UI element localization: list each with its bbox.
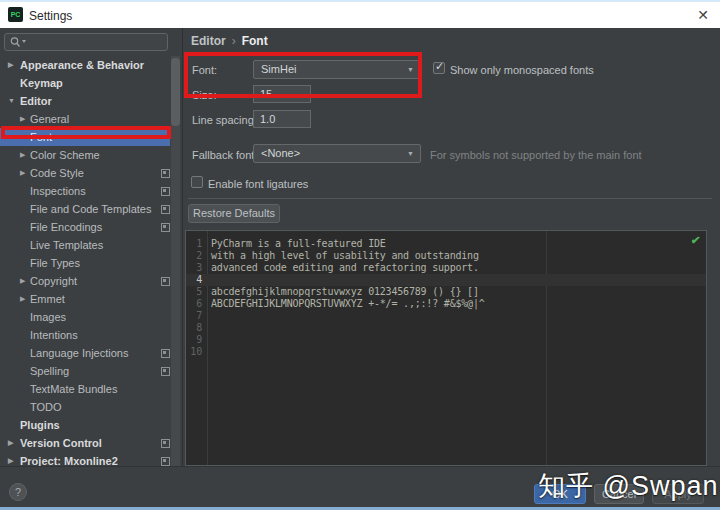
- sidebar-item-label: Keymap: [20, 74, 63, 92]
- inspections-ok-icon: ✔: [690, 234, 701, 247]
- line-spacing-value: 1.0: [260, 113, 275, 125]
- preview-line-text: PyCharm is a full-featured IDE: [211, 238, 386, 250]
- fallback-hint-text: For symbols not supported by the main fo…: [430, 149, 642, 161]
- tree-collapsed-arrow-icon[interactable]: ▶: [8, 434, 13, 452]
- settings-dialog-window: PC Settings ✕ ▶Appearance & BehaviorKeym…: [0, 0, 720, 520]
- titlebar[interactable]: PC Settings ✕: [0, 2, 720, 28]
- sidebar-item-file-types[interactable]: File Types: [0, 254, 182, 272]
- sidebar-item-font[interactable]: Font: [0, 128, 170, 146]
- sidebar-item-version-control[interactable]: ▶Version Control: [0, 434, 182, 452]
- preview-code: 1PyCharm is a full-featured IDE2with a h…: [186, 238, 706, 358]
- line-number: 1: [186, 238, 202, 250]
- breadcrumb-editor[interactable]: Editor: [191, 34, 226, 48]
- sidebar-scrollbar-thumb[interactable]: [171, 58, 180, 126]
- preview-line: 3advanced code editing and refactoring s…: [186, 262, 706, 274]
- preview-line-text: abcdefghijklmnopqrstuvwxyz 0123456789 ()…: [211, 286, 479, 298]
- preview-line: 9: [186, 334, 706, 346]
- sidebar-item-label: TextMate Bundles: [30, 380, 117, 398]
- sidebar-item-inspections[interactable]: Inspections: [0, 182, 182, 200]
- ligatures-label[interactable]: Enable font ligatures: [208, 178, 308, 190]
- sidebar-item-copyright[interactable]: ▶Copyright: [0, 272, 182, 290]
- line-number: 6: [186, 298, 202, 310]
- preview-line: 5abcdefghijklmnopqrstuvwxyz 0123456789 (…: [186, 286, 706, 298]
- line-number: 7: [186, 310, 202, 322]
- font-preview-editor[interactable]: 1PyCharm is a full-featured IDE2with a h…: [185, 230, 707, 466]
- sidebar-item-keymap[interactable]: Keymap: [0, 74, 182, 92]
- settings-tree: ▶Appearance & BehaviorKeymap▼Editor▶Gene…: [0, 56, 182, 482]
- project-scope-icon: [161, 187, 170, 196]
- line-spacing-input[interactable]: 1.0: [253, 110, 311, 128]
- settings-sidebar: ▶Appearance & BehaviorKeymap▼Editor▶Gene…: [0, 28, 182, 482]
- sidebar-item-spelling[interactable]: Spelling: [0, 362, 182, 380]
- project-scope-icon: [161, 205, 170, 214]
- sidebar-item-label: Live Templates: [30, 236, 103, 254]
- line-number: 10: [186, 346, 202, 358]
- sidebar-item-editor[interactable]: ▼Editor: [0, 92, 182, 110]
- monospaced-label[interactable]: Show only monospaced fonts: [450, 64, 594, 76]
- sidebar-item-live-templates[interactable]: Live Templates: [0, 236, 182, 254]
- sidebar-item-label: File Encodings: [30, 218, 102, 236]
- tree-expanded-arrow-icon[interactable]: ▼: [8, 92, 15, 110]
- sidebar-item-todo[interactable]: TODO: [0, 398, 182, 416]
- project-scope-icon: [161, 457, 170, 466]
- size-input[interactable]: 15: [253, 85, 311, 103]
- preview-line: 7: [186, 310, 706, 322]
- preview-line-text: advanced code editing and refactoring su…: [211, 262, 479, 274]
- project-scope-icon: [161, 439, 170, 448]
- project-scope-icon: [161, 349, 170, 358]
- sidebar-item-label: Version Control: [20, 434, 102, 452]
- close-icon[interactable]: ✕: [695, 7, 711, 23]
- font-family-select[interactable]: SimHei ▼: [253, 60, 421, 79]
- sidebar-item-emmet[interactable]: ▶Emmet: [0, 290, 182, 308]
- tree-collapsed-arrow-icon[interactable]: ▶: [20, 146, 25, 164]
- monospaced-checkbox[interactable]: ✓: [433, 62, 445, 74]
- preview-line: 6ABCDEFGHIJKLMNOPQRSTUVWXYZ +-*/= .,;:!?…: [186, 298, 706, 310]
- sidebar-item-images[interactable]: Images: [0, 308, 182, 326]
- sidebar-item-label: General: [30, 110, 69, 128]
- sidebar-item-label: File Types: [30, 254, 80, 272]
- preview-line: 4: [186, 274, 706, 286]
- sidebar-item-file-encodings[interactable]: File Encodings: [0, 218, 182, 236]
- sidebar-item-label: Font: [30, 128, 52, 146]
- line-spacing-label: Line spacing:: [192, 114, 257, 126]
- project-scope-icon: [161, 223, 170, 232]
- size-label: Size:: [192, 89, 216, 101]
- size-value: 15: [260, 88, 272, 100]
- line-number: 5: [186, 286, 202, 298]
- fallback-font-value: <None>: [261, 147, 300, 159]
- line-number: 4: [186, 274, 202, 286]
- sidebar-item-textmate-bundles[interactable]: TextMate Bundles: [0, 380, 182, 398]
- sidebar-scrollbar[interactable]: [171, 56, 180, 480]
- sidebar-item-general[interactable]: ▶General: [0, 110, 182, 128]
- ligatures-checkbox[interactable]: ✓: [191, 176, 203, 188]
- zhihu-watermark: 知乎 @Swpan: [538, 468, 718, 504]
- sidebar-item-plugins[interactable]: Plugins: [0, 416, 182, 434]
- sidebar-item-color-scheme[interactable]: ▶Color Scheme: [0, 146, 182, 164]
- breadcrumb-font: Font: [242, 34, 268, 48]
- tree-collapsed-arrow-icon[interactable]: ▶: [20, 110, 25, 128]
- chevron-down-icon: ▼: [407, 61, 414, 78]
- sidebar-item-language-injections[interactable]: Language Injections: [0, 344, 182, 362]
- tree-collapsed-arrow-icon[interactable]: ▶: [20, 272, 25, 290]
- breadcrumb: Editor›Font: [191, 34, 268, 48]
- sidebar-item-intentions[interactable]: Intentions: [0, 326, 182, 344]
- search-input[interactable]: [4, 33, 168, 51]
- tree-collapsed-arrow-icon[interactable]: ▶: [8, 56, 13, 74]
- line-number: 8: [186, 322, 202, 334]
- sidebar-item-label: Language Injections: [30, 344, 128, 362]
- preview-line: 2with a high level of usability and outs…: [186, 250, 706, 262]
- window-title: Settings: [29, 9, 72, 23]
- fallback-font-select[interactable]: <None> ▼: [253, 144, 421, 163]
- sidebar-item-file-and-code-templates[interactable]: File and Code Templates: [0, 200, 182, 218]
- sidebar-item-appearance-behavior[interactable]: ▶Appearance & Behavior: [0, 56, 182, 74]
- restore-defaults-button[interactable]: Restore Defaults: [188, 204, 280, 223]
- sidebar-item-label: Editor: [20, 92, 52, 110]
- tree-collapsed-arrow-icon[interactable]: ▶: [20, 164, 25, 182]
- sidebar-item-label: Intentions: [30, 326, 78, 344]
- tree-collapsed-arrow-icon[interactable]: ▶: [20, 290, 25, 308]
- font-settings-panel: Editor›Font Font: SimHei ▼ ✓ Show only m…: [183, 28, 720, 482]
- font-label: Font:: [192, 64, 217, 76]
- sidebar-item-code-style[interactable]: ▶Code Style: [0, 164, 182, 182]
- fallback-font-label: Fallback font:: [192, 149, 257, 161]
- help-button[interactable]: ?: [9, 483, 27, 501]
